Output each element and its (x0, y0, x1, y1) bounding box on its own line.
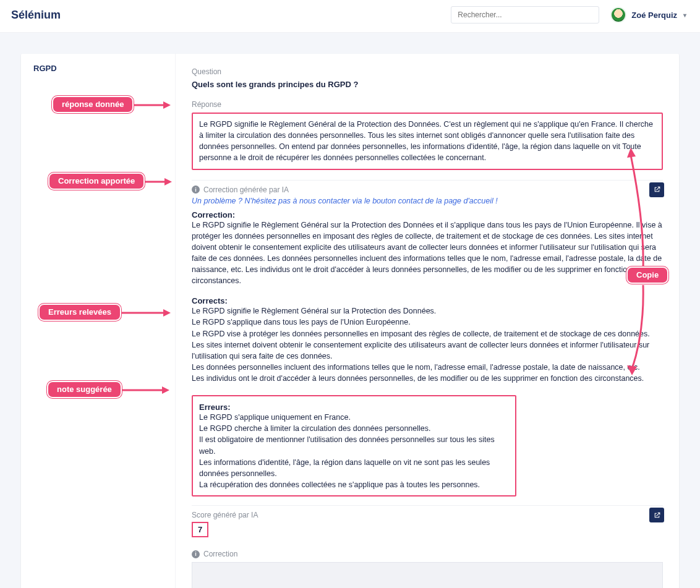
correction-input[interactable] (192, 562, 663, 588)
svg-marker-5 (163, 309, 171, 317)
copy-score-button[interactable] (649, 508, 664, 522)
user-menu[interactable]: Zoé Perquiz ▾ (610, 7, 686, 23)
label-ai-correction: Correction générée par IA (203, 185, 289, 194)
share-icon (653, 185, 661, 194)
svg-marker-1 (163, 101, 171, 109)
annotation-copy: Copie (628, 268, 667, 283)
copy-correction-button[interactable] (649, 182, 664, 197)
brand-title: Sélénium (11, 9, 61, 22)
svg-marker-3 (164, 178, 172, 185)
response-box: Le RGPD signifie le Règlement Général de… (192, 113, 663, 170)
correction-title: Correction: (192, 210, 663, 219)
sidebar-title: RGPD (33, 64, 163, 73)
search-input[interactable] (451, 6, 599, 23)
svg-marker-7 (162, 386, 169, 394)
contact-notice: Un problème ? N'hésitez pas à nous conta… (192, 197, 663, 205)
chevron-down-icon: ▾ (683, 12, 686, 19)
label-ai-score: Score généré par IA (192, 511, 258, 519)
svg-marker-9 (627, 365, 637, 375)
annotation-response: réponse donnée (53, 97, 132, 112)
ai-score-value: 7 (192, 522, 208, 537)
question-text: Quels sont les grands principes du RGPD … (192, 80, 663, 89)
avatar (610, 7, 626, 23)
label-correction-field: Correction (203, 550, 237, 558)
info-icon: i (192, 185, 200, 194)
annotation-errors: Erreurs relevées (40, 305, 120, 320)
user-name: Zoé Perquiz (631, 11, 677, 20)
errors-box: Erreurs: Le RGPD s'applique uniquement e… (192, 395, 516, 496)
label-question: Question (192, 67, 663, 76)
correction-body: Le RGPD signifie le Règlement Général su… (192, 219, 663, 287)
errors-title: Erreurs: (199, 403, 509, 412)
annotation-note: note suggérée (48, 382, 121, 397)
corrects-body: Le RGPD signifie le Règlement Général su… (192, 305, 663, 384)
share-icon (653, 511, 661, 519)
label-response: Réponse (192, 100, 663, 109)
corrects-title: Corrects: (192, 296, 663, 305)
info-icon: i (192, 550, 200, 558)
svg-marker-8 (627, 148, 636, 158)
errors-body: Le RGPD s'applique uniquement en France.… (199, 412, 509, 490)
annotation-correction: Correction apportée (49, 174, 143, 189)
